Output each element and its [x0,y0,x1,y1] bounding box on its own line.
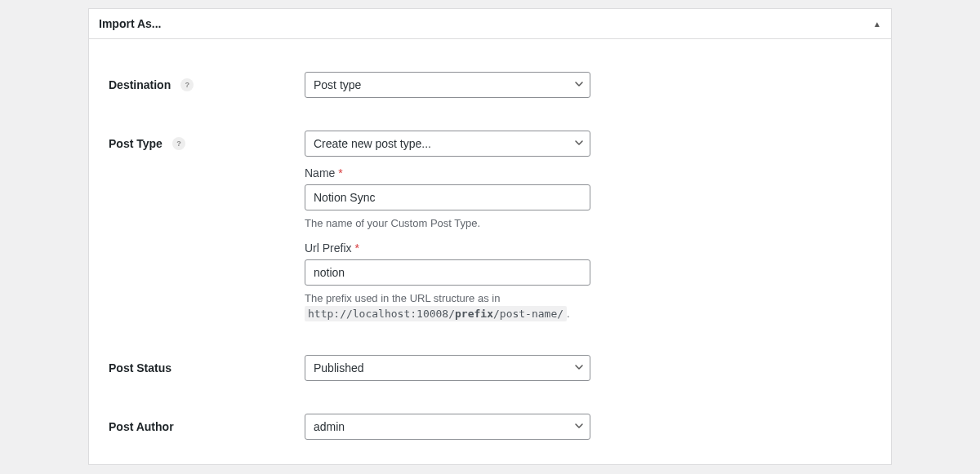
post-type-label: Post Type [109,137,163,150]
destination-select-wrap: Post type [305,72,590,98]
url-prefix-label-wrap: Url Prefix * [305,241,590,255]
url-example-bold: prefix [455,308,493,320]
name-helper: The name of your Custom Post Type. [305,215,590,232]
post-author-controls: admin [305,414,590,440]
post-author-label: Post Author [109,420,174,433]
name-input[interactable] [305,184,590,210]
post-status-label: Post Status [109,361,172,374]
url-example-before: http://localhost:10008/ [308,308,455,320]
post-status-row: Post Status Published [109,355,871,381]
collapse-up-icon: ▲ [873,20,881,29]
post-status-controls: Published [305,355,590,381]
url-prefix-helper: The prefix used in the URL structure as … [305,290,590,322]
destination-controls: Post type [305,72,590,98]
url-prefix-field: Url Prefix * The prefix used in the URL … [305,241,590,322]
destination-label-wrap: Destination ? [109,72,305,91]
panel-title: Import As... [99,17,162,30]
destination-row: Destination ? Post type [109,72,871,98]
name-label-wrap: Name * [305,166,590,179]
post-type-controls: Create new post type... Name * The name … [305,131,590,322]
panel-header[interactable]: Import As... ▲ [89,9,891,39]
post-type-row: Post Type ? Create new post type... Name… [109,131,871,322]
post-type-label-wrap: Post Type ? [109,131,305,150]
post-author-label-wrap: Post Author [109,414,305,433]
url-prefix-label: Url Prefix [305,241,352,255]
url-prefix-helper-suffix: . [567,308,570,320]
destination-select[interactable]: Post type [305,72,590,98]
post-author-select-wrap: admin [305,414,590,440]
name-label: Name [305,166,335,179]
required-asterisk: * [354,241,359,255]
name-field: Name * The name of your Custom Post Type… [305,166,590,232]
post-status-label-wrap: Post Status [109,355,305,374]
panel-body: Destination ? Post type Post Type ? [89,39,891,464]
post-type-select-wrap: Create new post type... [305,131,590,157]
url-example-after: /post-name/ [493,308,564,320]
required-asterisk: * [338,166,342,179]
url-prefix-helper-prefix: The prefix used in the URL structure as … [305,292,500,304]
url-prefix-example: http://localhost:10008/prefix/post-name/ [305,306,567,321]
help-icon[interactable]: ? [172,137,185,150]
post-status-select-wrap: Published [305,355,590,381]
post-author-select[interactable]: admin [305,414,590,440]
destination-label: Destination [109,78,171,91]
post-status-select[interactable]: Published [305,355,590,381]
import-as-panel: Import As... ▲ Destination ? Post type [88,8,892,465]
url-prefix-input[interactable] [305,259,590,286]
help-icon[interactable]: ? [180,78,194,91]
post-type-select[interactable]: Create new post type... [305,131,590,157]
post-author-row: Post Author admin [109,414,871,440]
